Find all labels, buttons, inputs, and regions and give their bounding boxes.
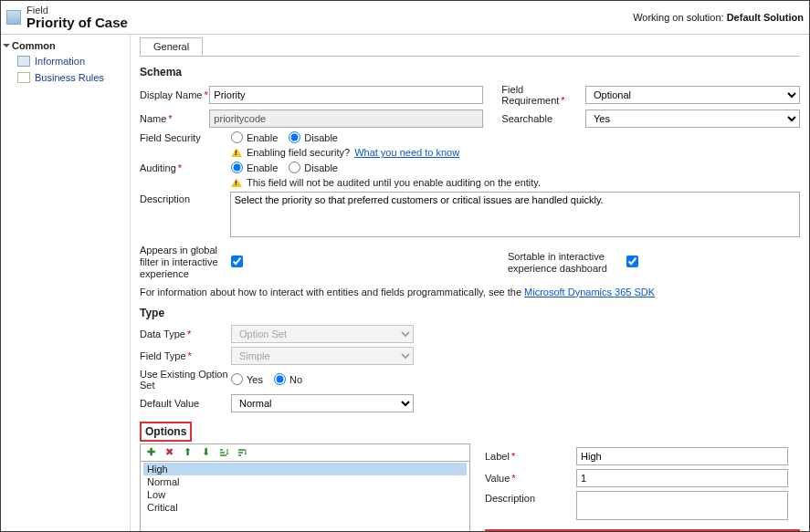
default-value-select[interactable]: Normal <box>231 394 414 412</box>
information-icon <box>17 56 30 67</box>
name-input <box>209 110 483 128</box>
data-type-select: Option Set <box>231 325 414 343</box>
warning-icon <box>231 178 242 187</box>
business-rules-icon <box>17 72 30 83</box>
option-value-label: Value <box>485 473 510 484</box>
option-description-textarea[interactable] <box>576 491 788 520</box>
sort-desc-button[interactable] <box>236 446 248 459</box>
field-security-warning-text: Enabling field security? <box>247 147 350 158</box>
option-label-label: Label <box>485 451 510 462</box>
caret-down-icon <box>3 44 10 47</box>
option-label-input[interactable] <box>576 447 788 465</box>
use-existing-yes-radio[interactable] <box>231 373 243 385</box>
delete-option-button[interactable]: ✖ <box>163 446 175 459</box>
name-label: Name <box>140 113 166 124</box>
sortable-checkbox[interactable] <box>626 256 638 267</box>
default-value-label: Default Value <box>140 398 199 409</box>
auditing-warning-text: This field will not be audited until you… <box>247 177 541 188</box>
display-name-label: Display Name <box>140 89 202 100</box>
data-type-label: Data Type <box>140 329 185 339</box>
description-label: Description <box>140 193 190 204</box>
sdk-link[interactable]: Microsoft Dynamics 365 SDK <box>524 287 655 297</box>
option-item[interactable]: High <box>143 463 467 475</box>
option-description-label: Description <box>485 493 535 504</box>
options-toolbar: ✚ ✖ ⬆ ⬇ <box>140 443 470 461</box>
options-listbox[interactable]: High Normal Low Critical <box>140 461 470 531</box>
option-item[interactable]: Normal <box>143 475 467 488</box>
move-down-button[interactable]: ⬇ <box>199 446 212 459</box>
searchable-label: Searchable <box>501 113 552 124</box>
window-icon <box>6 10 21 25</box>
section-schema: Schema <box>140 66 800 78</box>
working-solution-text: Working on solution: Default Solution <box>633 12 804 23</box>
field-security-label: Field Security <box>140 132 201 143</box>
header-title: Priority of Case <box>26 15 633 30</box>
field-security-link[interactable]: What you need to know <box>354 147 459 158</box>
sidebar-group-common[interactable]: Common <box>1 38 130 53</box>
sidebar-item-information[interactable]: Information <box>1 53 130 69</box>
sidebar-item-label: Information <box>35 56 85 67</box>
section-options: Options <box>140 422 192 442</box>
option-item[interactable]: Low <box>143 488 467 501</box>
warning-icon <box>231 148 242 157</box>
searchable-select[interactable]: Yes <box>585 110 800 128</box>
field-type-select: Simple <box>231 347 414 365</box>
sort-asc-button[interactable] <box>217 446 230 459</box>
option-item[interactable]: Critical <box>143 501 467 514</box>
field-type-label: Field Type <box>140 350 186 361</box>
tab-general[interactable]: General <box>140 37 203 56</box>
use-existing-no-radio[interactable] <box>274 373 286 385</box>
add-option-button[interactable]: ✚ <box>144 446 157 459</box>
option-value-input[interactable] <box>576 469 788 487</box>
section-type: Type <box>140 307 800 319</box>
global-filter-label: Appears in global filter in interactive … <box>140 245 231 281</box>
field-requirement-label: Field Requirement <box>501 84 559 106</box>
sortable-label: Sortable in interactive experience dashb… <box>508 251 626 275</box>
auditing-disable-radio[interactable] <box>289 162 300 173</box>
auditing-label: Auditing <box>140 162 176 173</box>
field-security-enable-radio[interactable] <box>231 131 243 143</box>
display-name-input[interactable] <box>209 86 483 104</box>
sdk-footnote: For information about how to interact wi… <box>140 287 800 297</box>
global-filter-checkbox[interactable] <box>231 256 243 267</box>
move-up-button[interactable]: ⬆ <box>181 446 194 459</box>
field-security-disable-radio[interactable] <box>289 131 300 143</box>
auditing-enable-radio[interactable] <box>231 162 243 173</box>
use-existing-label: Use Existing Option Set <box>140 369 231 391</box>
description-textarea[interactable]: Select the priority so that preferred cu… <box>230 192 800 237</box>
sidebar-item-label: Business Rules <box>35 72 104 83</box>
field-requirement-select[interactable]: Optional <box>585 86 800 104</box>
sidebar-item-business-rules[interactable]: Business Rules <box>1 69 130 86</box>
